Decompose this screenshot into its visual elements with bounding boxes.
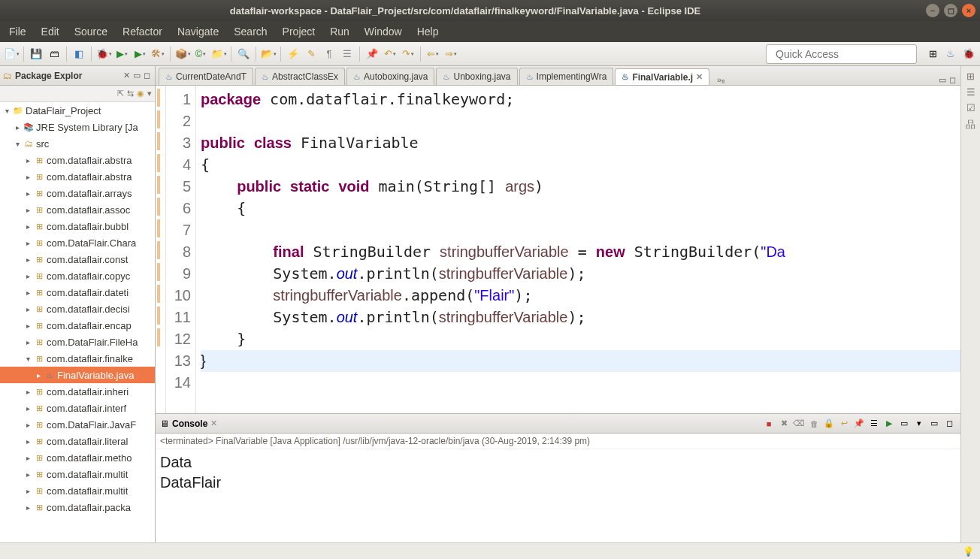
menu-project[interactable]: Project (277, 24, 322, 39)
console-max-icon[interactable]: ◻ (942, 417, 956, 431)
quick-access-input[interactable] (766, 44, 917, 64)
external-tools-icon[interactable]: 🛠 (150, 46, 166, 62)
package-node-8[interactable]: ▸⊞com.dataflair.dateti (0, 284, 155, 301)
display-selected-icon[interactable]: ▶ (882, 417, 896, 431)
tab-currentdateandt[interactable]: ♨CurrentDateAndT (159, 68, 253, 85)
task-list-icon[interactable]: ☑ (966, 102, 975, 113)
close-button[interactable]: × (962, 4, 975, 17)
maximize-view-icon[interactable]: ◻ (144, 71, 150, 80)
restore-icon[interactable]: ⊞ (966, 71, 975, 82)
package-node-open[interactable]: ▾⊞com.dataflair.finalke (0, 350, 155, 367)
package-node-after-5[interactable]: ▸⊞com.dataflair.multit (0, 466, 155, 482)
package-node-10[interactable]: ▸⊞com.dataflair.encap (0, 317, 155, 334)
menu-refactor[interactable]: Refactor (116, 24, 168, 39)
package-node-2[interactable]: ▸⊞com.dataflair.arrays (0, 185, 155, 201)
search-icon[interactable]: 🔍 (235, 46, 252, 62)
link-editor-icon[interactable]: ⇆ (127, 89, 134, 98)
package-node-after-6[interactable]: ▸⊞com.dataflair.multit (0, 482, 155, 499)
maximize-button[interactable]: ◻ (944, 4, 957, 17)
package-node-after-3[interactable]: ▸⊞com.dataflair.literal (0, 433, 155, 449)
toggle-icon[interactable]: ◧ (71, 46, 87, 62)
package-node-3[interactable]: ▸⊞com.dataflair.assoc (0, 201, 155, 218)
package-node-11[interactable]: ▸⊞com.DataFlair.FileHa (0, 334, 155, 350)
jre-node[interactable]: ▸📚JRE System Library [Ja (0, 119, 155, 135)
menu-file[interactable]: File (3, 24, 32, 39)
wand-icon[interactable]: ⚡ (285, 46, 301, 62)
view-menu-icon[interactable]: ▾ (147, 89, 152, 98)
menu-run[interactable]: Run (324, 24, 355, 39)
file-finalvariable[interactable]: ▸♨FinalVariable.java (0, 367, 155, 383)
pin-icon[interactable]: 📌 (364, 46, 380, 62)
tab-autoboxing-java[interactable]: ♨Autoboxing.java (346, 68, 434, 85)
package-node-0[interactable]: ▸⊞com.dataflair.abstra (0, 152, 155, 168)
debug-perspective-icon[interactable]: 🐞 (960, 46, 977, 62)
open-type-icon[interactable]: 📂 (260, 46, 277, 62)
clear-console-icon[interactable]: 🗑 (807, 417, 821, 431)
new-console-icon[interactable]: ▾ (912, 417, 926, 431)
package-node-5[interactable]: ▸⊞com.DataFlair.Chara (0, 234, 155, 251)
terminate-icon[interactable]: ■ (762, 417, 776, 431)
scroll-lock-icon[interactable]: 🔒 (822, 417, 836, 431)
back-icon[interactable]: ⇐ (425, 46, 441, 62)
project-node[interactable]: ▾📁DataFlair_Project (0, 102, 155, 119)
menu-search[interactable]: Search (228, 24, 273, 39)
minimize-view-icon[interactable]: ▭ (133, 71, 141, 80)
debug-icon[interactable]: 🐞 (95, 46, 112, 62)
annotation-next-icon[interactable]: ↷ (400, 46, 416, 62)
tab-abstractclassex[interactable]: ♨AbstractClassEx (255, 68, 345, 85)
remove-all-icon[interactable]: ⌫ (792, 417, 806, 431)
console-min-icon[interactable]: ▭ (927, 417, 941, 431)
annotation-prev-icon[interactable]: ↶ (382, 46, 398, 62)
show-console-icon[interactable]: ☰ (867, 417, 881, 431)
save-icon[interactable]: 💾 (28, 46, 44, 62)
new-class-icon[interactable]: © (192, 46, 209, 62)
coverage-icon[interactable]: ▶ (132, 46, 148, 62)
package-node-6[interactable]: ▸⊞com.dataflair.const (0, 251, 155, 267)
forward-icon[interactable]: ⇒ (443, 46, 459, 62)
tab-unboxing-java[interactable]: ♨Unboxing.java (436, 68, 517, 85)
tabs-overflow[interactable]: »₈ (714, 75, 727, 85)
outline-icon[interactable]: ☰ (966, 86, 975, 98)
console-output[interactable]: DataDataFlair (156, 449, 960, 542)
menu-help[interactable]: Help (411, 24, 445, 39)
editor-maximize-icon[interactable]: ◻ (949, 75, 956, 85)
new-icon[interactable]: 📄 (3, 46, 20, 62)
collapse-all-icon[interactable]: ⇱ (117, 89, 124, 98)
package-node-after-0[interactable]: ▸⊞com.dataflair.inheri (0, 383, 155, 400)
menu-navigate[interactable]: Navigate (171, 24, 225, 39)
menu-window[interactable]: Window (358, 24, 408, 39)
mark-icon[interactable]: ✎ (303, 46, 319, 62)
package-node-after-4[interactable]: ▸⊞com.dataflair.metho (0, 449, 155, 466)
tip-icon[interactable]: 💡 (963, 546, 974, 557)
editor-body[interactable]: 1234567891011121314 package com.dataflai… (156, 86, 960, 413)
hierarchy-icon[interactable]: 品 (966, 118, 975, 131)
package-node-9[interactable]: ▸⊞com.dataflair.decisi (0, 301, 155, 317)
java-perspective-icon[interactable]: ♨ (942, 46, 959, 62)
tab-finalvariable-j[interactable]: ♨FinalVariable.j✕ (615, 68, 709, 86)
package-node-after-2[interactable]: ▸⊞com.DataFlair.JavaF (0, 416, 155, 433)
remove-launch-icon[interactable]: ✖ (777, 417, 791, 431)
console-close-icon[interactable]: ✕ (210, 418, 217, 428)
word-wrap-icon[interactable]: ↩ (837, 417, 851, 431)
organize-icon[interactable]: ☰ (339, 46, 355, 62)
editor-minimize-icon[interactable]: ▭ (939, 75, 946, 85)
menu-edit[interactable]: Edit (35, 24, 65, 39)
save-all-icon[interactable]: 🗃 (46, 46, 62, 62)
open-perspective-icon[interactable]: ⊞ (924, 46, 941, 62)
src-node[interactable]: ▾🗂src (0, 135, 155, 152)
close-view-icon[interactable]: ✕ (123, 71, 130, 80)
format-icon[interactable]: ¶ (321, 46, 337, 62)
package-node-4[interactable]: ▸⊞com.dataflair.bubbl (0, 218, 155, 234)
menu-source[interactable]: Source (68, 24, 113, 39)
pin-console-icon[interactable]: 📌 (852, 417, 866, 431)
open-console-icon[interactable]: ▭ (897, 417, 911, 431)
code-editor[interactable]: package com.dataflair.finalkeyword; publ… (196, 86, 960, 413)
package-node-1[interactable]: ▸⊞com.dataflair.abstra (0, 168, 155, 185)
project-tree[interactable]: ▾📁DataFlair_Project▸📚JRE System Library … (0, 102, 155, 542)
package-node-7[interactable]: ▸⊞com.dataflair.copyc (0, 267, 155, 284)
minimize-button[interactable]: – (926, 4, 939, 17)
tab-implementingwra[interactable]: ♨ImplementingWra (519, 68, 614, 85)
package-node-after-7[interactable]: ▸⊞com.dataflair.packa (0, 499, 155, 515)
new-package-icon[interactable]: 📦 (174, 46, 191, 62)
new-folder-icon[interactable]: 📁 (210, 46, 227, 62)
